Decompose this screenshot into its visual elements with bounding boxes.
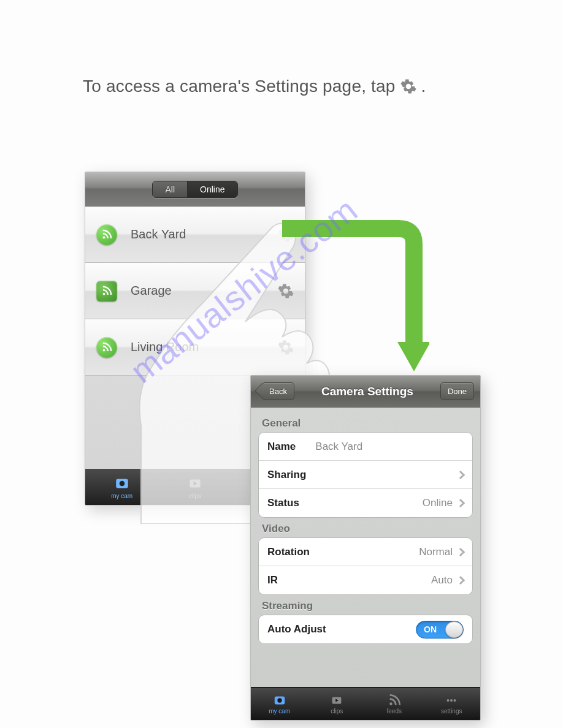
cell-value: Online	[423, 497, 453, 509]
cell-ir[interactable]: IR Auto	[259, 566, 472, 594]
group-header-general: General	[262, 417, 469, 430]
camera-row[interactable]: Back Yard	[85, 207, 305, 263]
svg-point-0	[103, 236, 105, 238]
tab-clips[interactable]: clips	[308, 688, 366, 720]
camera-list: Back Yard Garage Living Room	[85, 207, 305, 376]
group-streaming: Auto Adjust ON	[258, 615, 473, 644]
cell-value: Normal	[419, 546, 453, 558]
tab-label: clips	[189, 493, 201, 499]
more-icon	[444, 694, 459, 707]
camera-name: Back Yard	[131, 227, 278, 241]
svg-point-11	[447, 699, 450, 701]
cell-value: Auto	[431, 574, 453, 586]
camera-name: Garage	[131, 284, 278, 298]
settings-body[interactable]: General Name Back Yard Sharing Status On…	[251, 408, 480, 687]
illustration-stage: All Online Back Yard Garage	[80, 172, 484, 723]
chevron-right-icon	[456, 470, 465, 479]
page-title: Camera Settings	[321, 385, 413, 398]
chevron-right-icon	[456, 547, 465, 556]
cell-auto-adjust[interactable]: Auto Adjust ON	[259, 615, 472, 643]
gear-icon	[400, 78, 416, 94]
group-header-streaming: Streaming	[262, 600, 469, 612]
cell-value: Back Yard	[315, 441, 362, 453]
svg-point-8	[277, 698, 282, 702]
svg-point-12	[450, 699, 453, 701]
camera-icon	[114, 476, 130, 491]
cell-sharing[interactable]: Sharing	[259, 461, 472, 489]
rss-icon	[96, 281, 117, 301]
camera-row[interactable]: Living Room	[85, 319, 305, 376]
instruction-text: To access a camera's Settings page, tap …	[83, 77, 426, 96]
nav-bar: Back Camera Settings Done	[251, 376, 480, 408]
camera-name: Living Room	[131, 340, 278, 354]
cell-label: Auto Adjust	[267, 623, 326, 635]
filter-bar: All Online	[85, 172, 305, 207]
instruction-suffix: .	[421, 77, 426, 96]
switch-label: ON	[424, 624, 437, 634]
tab-my-cam[interactable]: my cam	[251, 688, 308, 720]
cell-label: Status	[267, 497, 299, 509]
switch-knob	[445, 621, 463, 638]
rss-icon	[96, 224, 117, 245]
camera-icon	[272, 694, 287, 707]
tab-settings[interactable]: settings	[423, 688, 481, 720]
cell-label: Rotation	[267, 546, 310, 558]
feeds-icon	[387, 694, 402, 707]
tab-label: my cam	[111, 493, 132, 499]
camera-settings-gear[interactable]	[278, 339, 294, 355]
svg-point-4	[119, 481, 124, 487]
instruction-prefix: To access a camera's Settings page, tap	[83, 77, 400, 96]
rss-icon	[96, 337, 117, 358]
group-header-video: Video	[262, 523, 469, 535]
svg-point-10	[389, 702, 393, 705]
filter-all[interactable]: All	[153, 181, 188, 197]
tab-label: my cam	[269, 708, 290, 715]
switch-auto-adjust[interactable]: ON	[416, 621, 464, 639]
svg-point-2	[103, 349, 105, 351]
camera-row[interactable]: Garage	[85, 263, 305, 319]
camera-settings-screen: Back Camera Settings Done General Name B…	[250, 375, 481, 721]
camera-settings-gear[interactable]	[278, 283, 294, 299]
group-general: Name Back Yard Sharing Status Online	[258, 432, 473, 518]
chevron-right-icon	[456, 499, 465, 507]
cell-label: Name	[267, 441, 296, 453]
svg-point-13	[454, 699, 456, 701]
tab-label: settings	[441, 708, 462, 715]
chevron-right-icon	[456, 576, 465, 585]
cell-rotation[interactable]: Rotation Normal	[259, 538, 472, 566]
done-button[interactable]: Done	[440, 382, 474, 400]
cell-label: IR	[267, 574, 278, 586]
clips-icon	[329, 694, 344, 707]
tab-bar: my cam clips feeds settings	[251, 687, 480, 720]
back-button[interactable]: Back	[262, 382, 294, 400]
tab-label: clips	[331, 708, 343, 715]
cell-name[interactable]: Name Back Yard	[259, 433, 472, 461]
filter-segment: All Online	[152, 181, 237, 198]
filter-online[interactable]: Online	[188, 181, 237, 197]
svg-point-1	[103, 292, 105, 295]
tab-my-cam[interactable]: my cam	[85, 470, 158, 505]
camera-settings-gear[interactable]	[278, 227, 294, 243]
cell-status[interactable]: Status Online	[259, 489, 472, 517]
tab-feeds[interactable]: feeds	[366, 688, 423, 720]
tab-label: feeds	[387, 708, 402, 715]
cell-label: Sharing	[267, 469, 306, 481]
group-video: Rotation Normal IR Auto	[258, 537, 473, 595]
tab-clips[interactable]: clips	[158, 470, 231, 505]
clips-icon	[187, 476, 203, 491]
